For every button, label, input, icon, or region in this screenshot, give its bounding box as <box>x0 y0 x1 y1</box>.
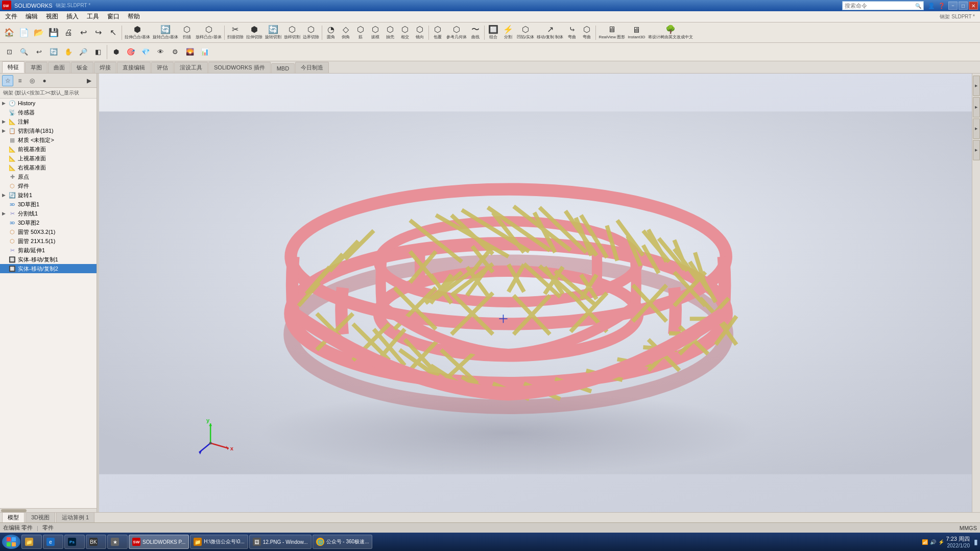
model-tab-3dview[interactable]: 3D视图 <box>26 512 55 522</box>
tb-shell[interactable]: ⬡ 抽壳 <box>383 24 397 41</box>
tree-item-sensors[interactable]: 📡 传感器 <box>0 108 97 117</box>
tree-item-weldment[interactable]: ⬡ 焊件 <box>0 181 97 190</box>
panel-btn-configs[interactable]: ◎ <box>27 75 38 86</box>
tb-zoom[interactable]: 🔎 <box>76 43 90 61</box>
tb-home[interactable]: 🏠 <box>2 24 16 41</box>
tb-hide-show[interactable]: 👁 <box>153 43 168 61</box>
right-panel-btn-1[interactable]: ▶ <box>973 76 980 96</box>
tree-item-material[interactable]: ▦ 材质 <未指定> <box>0 135 97 145</box>
panel-btn-display[interactable]: ● <box>39 75 50 86</box>
tree-item-trim1[interactable]: ✂ 剪裁/延伸1 <box>0 246 97 255</box>
taskbar-app-solidworks[interactable]: SW SOLIDWORKS P... <box>129 535 189 549</box>
tree-item-cutlist[interactable]: ▶ 📋 切割清单(181) <box>0 126 97 135</box>
tb-chamfer[interactable]: ◇ 倒角 <box>339 24 353 41</box>
tab-mbd[interactable]: MBD <box>271 63 295 73</box>
search-box[interactable]: 🔍 <box>842 1 924 10</box>
tree-item-annotations[interactable]: ▶ 📐 注解 <box>0 117 97 126</box>
right-panel-btn-2[interactable]: ▶ <box>973 97 980 117</box>
tb-prev-view[interactable]: ↩ <box>32 43 46 61</box>
tb-combine[interactable]: 🔲 组合 <box>486 24 500 41</box>
tab-evaluate[interactable]: 评估 <box>151 62 174 73</box>
tree-item-right-plane[interactable]: 📐 右视基准面 <box>0 163 97 172</box>
model-tab-motion1[interactable]: 运动算例 1 <box>56 512 94 522</box>
tb-move-copy[interactable]: ↗ 移动/复制 制体 <box>536 24 564 41</box>
tb-new[interactable]: 📄 <box>17 24 31 41</box>
tab-sketch[interactable]: 草图 <box>25 62 47 73</box>
tab-feature[interactable]: 特征 <box>2 61 25 73</box>
tb-loft-cut[interactable]: ⬡ 放样切割 <box>283 24 301 41</box>
taskbar-app-ps[interactable]: Ps <box>64 535 85 549</box>
tb-sweep-cut[interactable]: ✂ 扫描切除 <box>226 24 245 41</box>
minimize-button[interactable]: － <box>948 2 958 10</box>
taskbar-app-unknown[interactable]: ★ <box>107 535 128 549</box>
tb-tree-chinese[interactable]: 🌳 将设计树由英文改成中文 <box>647 24 694 41</box>
tb-extrude-cut[interactable]: ⬢ 拉伸切除 <box>245 24 264 41</box>
tab-sw-addins[interactable]: SOLIDWORKS 插件 <box>208 62 271 73</box>
tab-direct-edit[interactable]: 直接编辑 <box>117 62 151 73</box>
tab-manufacture[interactable]: 今日制造 <box>295 62 329 73</box>
close-button[interactable]: ✕ <box>969 2 978 10</box>
menu-insert[interactable]: 插入 <box>62 11 83 22</box>
search-input[interactable] <box>845 3 915 9</box>
tab-surface[interactable]: 曲面 <box>48 62 70 73</box>
tree-hscroll[interactable] <box>0 508 97 512</box>
menu-view[interactable]: 视图 <box>42 11 62 22</box>
feature-tree[interactable]: ▶ 🕐 History 📡 传感器 ▶ 📐 注解 <box>0 99 97 508</box>
menu-window[interactable]: 窗口 <box>103 11 124 22</box>
system-clock[interactable]: 7:23 周四 2022/1/20 <box>946 535 970 548</box>
panel-expand-btn[interactable]: ▶ <box>83 75 94 86</box>
tree-item-splitline1[interactable]: ▶ ✂ 分割线1 <box>0 209 97 218</box>
taskbar-app-bk[interactable]: BK <box>86 535 106 549</box>
tree-item-3dsketch2[interactable]: 3D 3D草图2 <box>0 218 97 227</box>
tb-intersect[interactable]: ⬡ 相交 <box>398 24 412 41</box>
tb-undo[interactable]: ↩ <box>76 24 90 41</box>
tb-apply-scene[interactable]: 🌄 <box>183 43 197 61</box>
start-button[interactable] <box>2 535 20 549</box>
tb-extrude-boss[interactable]: ⬢ 拉伸凸台/基体 <box>124 24 151 41</box>
taskbar-app-folder[interactable]: 📁 H:\微信公众号\0... <box>190 535 248 549</box>
menu-help[interactable]: 帮助 <box>124 11 144 22</box>
tb-pan[interactable]: ✋ <box>61 43 76 61</box>
right-panel-btn-3[interactable]: ▶ <box>973 118 980 139</box>
tb-save[interactable]: 💾 <box>46 24 61 41</box>
right-panel-btn-4[interactable]: ▶ <box>973 140 980 160</box>
tb-wrap[interactable]: ⬡ 包覆 <box>431 24 445 41</box>
tb-zoom-area[interactable]: 🔍 <box>17 43 31 61</box>
tb-sweep-boss[interactable]: ⬡ 扫描 <box>180 24 194 41</box>
tree-item-movecopy2[interactable]: 🔲 实体-移动/复制2 <box>0 264 97 273</box>
tb-standard-views[interactable]: ⬢ <box>109 43 123 61</box>
tb-section-view[interactable]: ◧ <box>91 43 105 61</box>
taskbar-app-browser[interactable]: 🌐 公众号 - 360极速... <box>313 535 373 549</box>
tb-display-style[interactable]: 💎 <box>138 43 153 61</box>
tb-open[interactable]: 📂 <box>32 24 46 41</box>
tb-boundary-cut[interactable]: ⬡ 边界切除 <box>302 24 320 41</box>
taskbar-app-ie[interactable]: e <box>43 535 63 549</box>
tree-item-movecopy1[interactable]: 🔲 实体-移动/复制1 <box>0 255 97 264</box>
show-desktop-btn[interactable]: ▮ <box>974 538 978 546</box>
tb-redo[interactable]: ↪ <box>91 24 105 41</box>
tree-item-origin[interactable]: ✚ 原点 <box>0 172 97 181</box>
tree-item-3dsketch1[interactable]: 3D 3D草图1 <box>0 200 97 209</box>
tb-realview[interactable]: 🖥 RealView 图形 <box>597 24 626 41</box>
tb-view-orient[interactable]: 🎯 <box>124 43 138 61</box>
maximize-button[interactable]: □ <box>959 2 968 10</box>
menu-file[interactable]: 文件 <box>1 11 21 22</box>
tb-mirror[interactable]: ⬡ 镜向 <box>413 24 427 41</box>
tb-indent[interactable]: ⬡ 凹陷/实体 <box>516 24 535 41</box>
tree-item-top-plane[interactable]: 📐 上视基准面 <box>0 154 97 163</box>
tb-zoom-fit[interactable]: ⊡ <box>2 43 16 61</box>
tb-view-settings[interactable]: ⚙ <box>168 43 182 61</box>
tb-revolve-boss[interactable]: 🔄 旋转凸台/基体 <box>152 24 179 41</box>
tree-item-front-plane[interactable]: 📐 前视基准面 <box>0 145 97 154</box>
tb-draft[interactable]: ⬡ 拔模 <box>368 24 383 41</box>
tb-split[interactable]: ⚡ 分割 <box>501 24 515 41</box>
tb-rotate[interactable]: 🔄 <box>46 43 61 61</box>
tb-fillet[interactable]: ◔ 圆角 <box>324 24 338 41</box>
tb-ref-geom[interactable]: ⬡ 参考几何体 <box>445 24 468 41</box>
panel-btn-props[interactable]: ≡ <box>14 75 26 86</box>
tb-revolve-cut[interactable]: 🔄 旋转切割 <box>264 24 282 41</box>
tb-select[interactable]: ↖ <box>106 24 120 41</box>
taskbar-app-imgviewer[interactable]: 🖼 12.PNG - Window... <box>249 535 312 549</box>
tb-rib[interactable]: ⬡ 筋 <box>353 24 368 41</box>
tree-item-tube21[interactable]: ⬡ 圆管 21X1.5(1) <box>0 236 97 246</box>
